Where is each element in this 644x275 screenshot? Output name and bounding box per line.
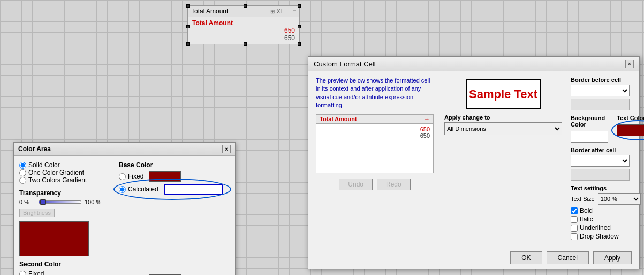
color-area-title-bar: Color Area × <box>14 143 235 156</box>
widget-body: Total Amount 650 650 <box>188 17 299 44</box>
one-color-gradient-radio[interactable] <box>19 169 26 176</box>
color-area-close-button[interactable]: × <box>222 145 231 153</box>
selection-handle-mr <box>298 25 301 28</box>
text-color-inner: Text Color <box>617 115 644 136</box>
cancel-button[interactable]: Cancel <box>547 251 589 264</box>
text-color-swatch[interactable] <box>617 124 644 136</box>
widget-value2: 650 <box>192 34 295 42</box>
bold-row: Bold <box>571 207 644 214</box>
format-dialog-body: The preview below shows the formatted ce… <box>308 71 639 247</box>
transparency-pct-left: 0 % <box>19 199 35 205</box>
text-color-swatch-container <box>617 124 644 136</box>
format-col-left: Sample Text Apply change to All Dimensio… <box>444 77 562 241</box>
selection-handle-bc <box>244 42 247 46</box>
drop-shadow-label: Drop Shadow <box>580 233 619 240</box>
brightness-button[interactable]: Brightness <box>19 209 55 217</box>
two-colors-gradient-option[interactable]: Two Colors Gradient <box>19 176 105 184</box>
solid-color-option[interactable]: Solid Color <box>19 161 105 169</box>
fixed-color-row: Fixed <box>119 171 223 182</box>
preview-value2: 650 <box>320 132 430 139</box>
fixed-radio[interactable] <box>119 173 126 180</box>
color-row: Background Color Text Color <box>571 115 644 143</box>
preview-values: 650 650 <box>316 124 433 141</box>
fixed-label: Fixed <box>128 173 143 180</box>
ok-button[interactable]: OK <box>510 251 542 264</box>
border-before-select[interactable] <box>571 85 630 96</box>
text-size-row: Text Size 100 % <box>571 193 644 205</box>
drop-shadow-row: Drop Shadow <box>571 233 644 240</box>
transparency-pct-right: 100 % <box>85 199 101 205</box>
redo-button[interactable]: Redo <box>377 179 411 190</box>
preview-description: The preview below shows the formatted ce… <box>316 77 434 110</box>
format-left-panel: The preview below shows the formatted ce… <box>316 77 434 241</box>
widget-title-bar: Total Amount ⊞ XL — □ <box>188 6 299 17</box>
text-color-label: Text Color <box>617 115 644 121</box>
underlined-label: Underlined <box>580 224 611 232</box>
dialog-footer: OK Cancel Apply <box>308 247 639 269</box>
format-dialog-title-bar: Custom Format Cell × <box>308 57 639 71</box>
brightness-section: Brightness <box>19 209 105 217</box>
calculated-label: Calculated <box>128 185 158 193</box>
second-color-label: Second Color <box>19 261 105 268</box>
bold-label: Bold <box>580 207 593 214</box>
sample-text: Sample Text <box>469 87 537 101</box>
italic-checkbox[interactable] <box>571 216 578 223</box>
preview-value1: 650 <box>320 126 430 132</box>
fixed-color-swatch[interactable] <box>149 171 181 182</box>
one-color-gradient-label: One Color Gradient <box>28 169 84 176</box>
drop-shadow-checkbox[interactable] <box>571 233 578 240</box>
text-size-label: Text Size <box>571 196 595 202</box>
second-fixed-label: Fixed <box>28 270 44 275</box>
formula-input[interactable]: =if($(vTest)=1,red... <box>164 184 223 195</box>
transparency-row: 0 % 100 % <box>19 199 105 205</box>
bold-checkbox[interactable] <box>571 207 578 214</box>
undo-button[interactable]: Undo <box>339 179 373 190</box>
bg-color-label: Background Color <box>571 115 608 128</box>
bg-color-swatch[interactable] <box>571 131 608 143</box>
format-dialog-title: Custom Format Cell <box>314 60 376 68</box>
two-colors-gradient-label: Two Colors Gradient <box>28 176 87 184</box>
apply-change-label: Apply change to <box>444 114 562 121</box>
sample-text-display: Sample Text <box>466 79 541 109</box>
border-after-preview <box>571 169 630 181</box>
selection-handle-br <box>298 42 301 46</box>
text-settings-label: Text settings <box>571 185 644 191</box>
border-after-select[interactable] <box>571 155 630 167</box>
format-col-right: Border before cell Background Color <box>571 77 644 241</box>
total-amount-widget: Total Amount ⊞ XL — □ Total Amount 650 6… <box>187 5 300 44</box>
two-colors-gradient-radio[interactable] <box>19 177 26 184</box>
transparency-slider[interactable] <box>39 200 81 204</box>
color-area-title: Color Area <box>18 145 51 153</box>
selection-handle-bl <box>186 42 190 46</box>
solid-color-radio[interactable] <box>19 162 26 169</box>
text-size-select[interactable]: 100 % <box>598 193 641 205</box>
one-color-gradient-option[interactable]: One Color Gradient <box>19 169 105 176</box>
selection-handle-tl <box>186 4 190 8</box>
calculated-option[interactable]: Calculated <box>119 185 158 193</box>
italic-label: Italic <box>580 215 593 223</box>
format-cell-dialog: Custom Format Cell × The preview below s… <box>308 56 640 269</box>
selection-handle-tr <box>298 4 301 8</box>
border-after-section: Border after cell <box>571 147 644 181</box>
format-dialog-close-button[interactable]: × <box>625 60 634 68</box>
color-area-body: Solid Color One Color Gradient Two Color… <box>14 156 235 275</box>
underlined-checkbox[interactable] <box>571 225 578 232</box>
bg-color-inner: Background Color <box>571 115 608 143</box>
preview-area: Total Amount → 650 650 <box>316 114 434 173</box>
selection-handle-ml <box>186 25 190 28</box>
border-before-section: Border before cell <box>571 77 644 110</box>
fixed-option[interactable]: Fixed <box>119 173 143 180</box>
selection-handle-tc <box>244 4 247 8</box>
sample-text-container: Sample Text <box>444 79 562 109</box>
widget-title: Total Amount <box>191 8 228 15</box>
apply-button[interactable]: Apply <box>593 251 632 264</box>
slider-thumb <box>40 199 46 205</box>
calculated-color-row: Calculated =if($(vTest)=1,red... <box>119 184 223 195</box>
base-color-label: Base Color <box>119 161 223 169</box>
second-fixed-option[interactable]: Fixed <box>19 270 105 275</box>
second-color-section: Second Color Fixed Calculated <box>19 261 105 275</box>
second-fixed-radio[interactable] <box>19 271 26 276</box>
underlined-row: Underlined <box>571 224 644 232</box>
calculated-radio[interactable] <box>119 186 126 193</box>
apply-change-select[interactable]: All Dimensions <box>444 122 562 135</box>
